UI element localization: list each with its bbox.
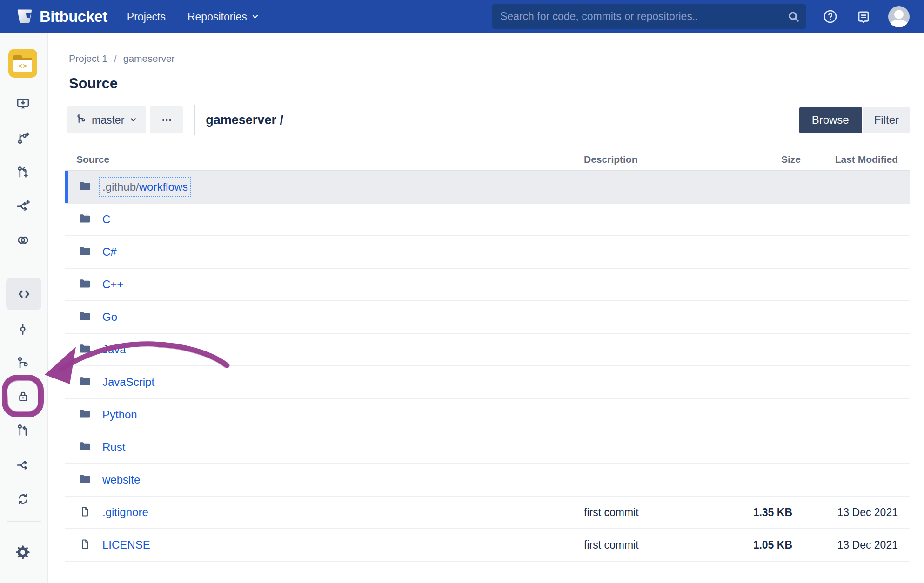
table-row: LICENSE first commit 1.05 KB 13 Dec 2021: [65, 529, 910, 562]
lock-icon[interactable]: [13, 386, 33, 406]
table-row: website: [65, 464, 910, 497]
browse-button[interactable]: Browse: [799, 107, 862, 133]
bitbucket-wordmark: Bitbucket: [40, 8, 107, 26]
folder-icon: [78, 342, 91, 357]
table-row: JavaScript: [65, 366, 910, 399]
create-pull-request-icon[interactable]: [13, 162, 33, 182]
source-table: Source Description Size Last Modified: [65, 149, 910, 562]
create-branch-icon[interactable]: [13, 128, 33, 148]
add-fork-icon[interactable]: [13, 196, 33, 216]
nav-projects[interactable]: Projects: [127, 11, 166, 23]
folder-icon: [78, 212, 91, 227]
search-input[interactable]: [492, 4, 806, 29]
table-row: C: [65, 204, 910, 236]
entry-link[interactable]: Python: [102, 408, 137, 421]
header-description: Description: [584, 154, 752, 165]
folder-icon: [78, 440, 91, 455]
page-title: Source: [69, 75, 910, 92]
table-row: C++: [65, 269, 910, 301]
bitbucket-logo[interactable]: Bitbucket: [16, 7, 107, 26]
current-path[interactable]: gameserver /: [206, 113, 283, 127]
commits-icon[interactable]: [13, 319, 33, 339]
branch-name: master: [92, 114, 124, 126]
entry-description: first commit: [584, 539, 752, 551]
entry-size: 1.35 KB: [752, 506, 801, 519]
entry-link[interactable]: .gitignore: [102, 506, 148, 519]
forks-icon[interactable]: [13, 455, 33, 475]
nav-repositories[interactable]: Repositories: [187, 11, 259, 23]
table-row: .gitignore first commit 1.35 KB 13 Dec 2…: [65, 497, 910, 529]
repo-avatar[interactable]: <>: [8, 49, 37, 78]
entry-link[interactable]: C++: [102, 278, 123, 291]
branch-selector[interactable]: master: [67, 106, 146, 133]
source-icon[interactable]: [6, 278, 41, 310]
chevron-down-icon: [251, 11, 259, 23]
header-source: Source: [65, 154, 584, 165]
entry-link[interactable]: LICENSE: [102, 538, 150, 551]
more-options-button[interactable]: [150, 106, 183, 133]
breadcrumb-project[interactable]: Project 1: [69, 53, 107, 64]
file-icon: [79, 538, 91, 552]
entry-link[interactable]: JavaScript: [102, 376, 154, 389]
entry-description: first commit: [584, 506, 752, 519]
chevron-down-icon: [129, 114, 137, 126]
entry-link[interactable]: Java: [102, 343, 126, 356]
source-toolbar: master gameserver / Browse Filter: [67, 106, 910, 134]
folder-icon: [78, 375, 91, 390]
settings-icon[interactable]: [13, 542, 33, 563]
breadcrumb-repo[interactable]: gameserver: [123, 53, 175, 64]
entry-link[interactable]: Go: [102, 311, 117, 324]
sidebar-divider: [7, 521, 41, 522]
main-content: Project 1 / gameserver Source master: [48, 33, 924, 583]
entry-link[interactable]: Rust: [102, 441, 125, 454]
table-row: C#: [65, 236, 910, 269]
header-last-modified: Last Modified: [801, 154, 910, 165]
table-header-row: Source Description Size Last Modified: [65, 149, 910, 171]
feedback-icon[interactable]: [856, 9, 871, 26]
branches-icon[interactable]: [13, 352, 33, 373]
table-row: Go: [65, 301, 910, 334]
compare-icon[interactable]: [13, 230, 33, 250]
help-icon[interactable]: [823, 9, 838, 26]
folder-icon: [78, 407, 91, 422]
search-icon[interactable]: [787, 10, 801, 26]
toolbar-divider: [194, 105, 195, 135]
avatar[interactable]: [888, 6, 910, 27]
entry-link[interactable]: C#: [102, 245, 117, 258]
pull-requests-icon[interactable]: [13, 420, 33, 440]
table-row: Python: [65, 399, 910, 431]
header-size: Size: [752, 154, 801, 165]
breadcrumb-separator: /: [114, 53, 117, 64]
entry-modified: 13 Dec 2021: [801, 539, 910, 551]
sync-icon[interactable]: [13, 489, 33, 509]
entry-link[interactable]: C: [102, 213, 110, 226]
global-search: [492, 4, 806, 29]
bitbucket-logo-icon: [16, 7, 33, 26]
entry-link[interactable]: website: [102, 473, 140, 486]
entry-link[interactable]: .github/workflows: [102, 180, 188, 193]
breadcrumb: Project 1 / gameserver: [69, 53, 910, 64]
folder-icon: [78, 277, 91, 292]
folder-icon: [78, 472, 91, 487]
folder-icon: [78, 310, 91, 325]
clone-icon[interactable]: [13, 94, 33, 114]
source-table-body: .github/workflows C: [65, 171, 910, 562]
table-row: .github/workflows: [65, 171, 910, 204]
repo-sidebar: <>: [0, 33, 48, 583]
entry-modified: 13 Dec 2021: [801, 506, 910, 519]
file-icon: [79, 506, 91, 519]
filter-button[interactable]: Filter: [863, 107, 910, 133]
branch-icon: [76, 113, 87, 127]
bitbucket-app: Bitbucket Projects Repositories: [0, 0, 924, 583]
folder-icon: [78, 179, 91, 194]
folder-icon: [78, 245, 91, 259]
entry-size: 1.05 KB: [752, 539, 801, 551]
primary-nav: Projects Repositories: [127, 11, 259, 23]
table-row: Rust: [65, 431, 910, 464]
top-navigation-bar: Bitbucket Projects Repositories: [0, 0, 924, 33]
table-row: Java: [65, 334, 910, 366]
